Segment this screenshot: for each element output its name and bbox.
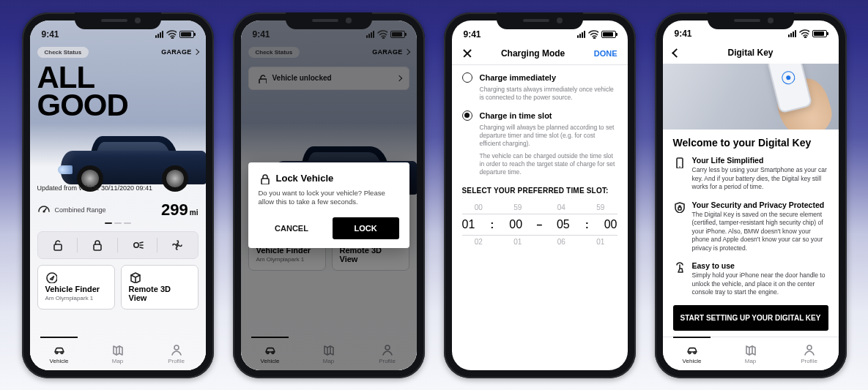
headlight-icon bbox=[131, 239, 144, 252]
wifi-icon bbox=[588, 30, 598, 39]
range-unit: mi bbox=[190, 209, 199, 217]
range-row: Combined Range 299 mi bbox=[37, 200, 199, 220]
unlock-icon bbox=[51, 239, 64, 252]
lock-icon bbox=[259, 173, 270, 184]
time-slot-picker[interactable]: 00 59 04 59 01 : 00 – 05 : 00 02 01 bbox=[452, 203, 628, 246]
notch bbox=[75, 12, 161, 29]
tab-map[interactable]: Map bbox=[722, 337, 780, 370]
card-remote-3d[interactable]: Remote 3D View bbox=[121, 265, 199, 310]
tab-vehicle[interactable]: Vehicle bbox=[663, 337, 722, 370]
vehicle-image bbox=[61, 124, 206, 192]
end-minute[interactable]: 00 bbox=[604, 218, 617, 231]
phone-lock-modal: 9:41 Check Status GARAGE Vehicle unlocke… bbox=[233, 12, 425, 378]
action-lights[interactable] bbox=[118, 232, 158, 258]
feat2-desc: The Digital Key is saved on the secure e… bbox=[692, 211, 828, 252]
feature-easy: Easy to use Simply hold your iPhone near… bbox=[673, 261, 828, 296]
radio-unchecked-icon bbox=[462, 72, 472, 83]
fan-icon bbox=[171, 239, 184, 252]
phone-digital-key: 9:41 Digital Key Welcome to your Digital… bbox=[655, 12, 847, 378]
last-updated-text: Updated from vehicle 30/11/2020 09:41 bbox=[37, 184, 199, 192]
lock-button[interactable]: LOCK bbox=[333, 217, 399, 239]
setup-digital-key-button[interactable]: START SETTING UP YOUR DIGITAL KEY bbox=[673, 305, 828, 331]
page-dots bbox=[37, 222, 199, 224]
garage-link[interactable]: GARAGE bbox=[161, 48, 198, 56]
status-time: 9:41 bbox=[253, 29, 270, 40]
tab-profile[interactable]: Profile bbox=[780, 337, 839, 370]
feat1-title: Your Life Simplified bbox=[692, 156, 828, 165]
welcome-heading: Welcome to your Digital Key bbox=[673, 137, 828, 149]
shield-icon bbox=[673, 201, 685, 213]
opt1-title: Charge immediately bbox=[480, 73, 557, 82]
range-value: 299 bbox=[161, 200, 188, 220]
user-icon bbox=[803, 343, 816, 356]
feature-simplified: Your Life Simplified Carry less by using… bbox=[673, 156, 828, 191]
modal-title: Lock Vehicle bbox=[276, 173, 334, 184]
opt2-desc1: Charging will always be planned accordin… bbox=[480, 124, 617, 148]
quick-actions bbox=[37, 231, 199, 259]
signal-icon bbox=[788, 30, 796, 37]
status-time: 9:41 bbox=[42, 29, 59, 40]
status-time: 9:41 bbox=[464, 29, 481, 40]
done-button[interactable]: DONE bbox=[594, 49, 617, 58]
nav-bar: Charging Mode DONE bbox=[452, 44, 628, 65]
back-icon[interactable] bbox=[672, 48, 681, 58]
battery-icon bbox=[179, 31, 194, 38]
wifi-icon bbox=[377, 30, 387, 39]
car-icon bbox=[53, 343, 66, 356]
tab-map[interactable]: Map bbox=[89, 337, 147, 370]
start-hour[interactable]: 01 bbox=[462, 218, 475, 231]
start-minute[interactable]: 00 bbox=[509, 218, 522, 231]
card-vehicle-finder[interactable]: Vehicle Finder Am Olympiapark 1 bbox=[37, 265, 115, 310]
signal-icon bbox=[155, 31, 163, 38]
finder-sub: Am Olympiapark 1 bbox=[45, 295, 107, 301]
phone-home: 9:41 Check Status GARAGE ALL GOOD bbox=[22, 12, 214, 378]
action-lock[interactable] bbox=[78, 232, 118, 258]
feat3-title: Easy to use bbox=[692, 261, 828, 270]
cancel-button[interactable]: CANCEL bbox=[259, 217, 325, 239]
signal-icon bbox=[366, 31, 374, 38]
check-status-pill[interactable]: Check Status bbox=[37, 47, 89, 58]
page-title: Digital Key bbox=[727, 48, 773, 58]
feat2-title: Your Security and Privacy Protected bbox=[692, 200, 828, 209]
action-unlock[interactable] bbox=[38, 232, 78, 258]
battery-icon bbox=[601, 31, 616, 38]
signal-icon bbox=[577, 31, 585, 38]
phone-icon bbox=[673, 157, 685, 168]
page-title: Charging Mode bbox=[501, 48, 565, 59]
feat1-desc: Carry less by using your Smartphone as y… bbox=[692, 166, 828, 191]
view3d-title: Remote 3D View bbox=[129, 285, 190, 303]
map-icon bbox=[111, 343, 125, 356]
wifi-icon bbox=[799, 29, 809, 38]
lock-vehicle-modal: Lock Vehicle Do you want to lock your ve… bbox=[248, 162, 409, 249]
close-icon[interactable] bbox=[462, 48, 472, 59]
feature-security: Your Security and Privacy Protected The … bbox=[673, 200, 828, 252]
opt2-title: Charge in time slot bbox=[480, 111, 552, 120]
battery-icon bbox=[390, 31, 405, 38]
notch bbox=[286, 12, 372, 29]
battery-icon bbox=[812, 30, 827, 37]
digital-key-hero-image bbox=[663, 64, 839, 130]
status-time: 9:41 bbox=[675, 29, 692, 39]
map-icon bbox=[744, 343, 757, 356]
tap-icon bbox=[673, 262, 685, 274]
cube-icon bbox=[129, 271, 141, 283]
action-climate[interactable] bbox=[157, 232, 198, 258]
notch bbox=[497, 12, 583, 29]
garage-label: GARAGE bbox=[161, 48, 191, 56]
tab-bar: Vehicle Map Profile bbox=[30, 337, 206, 370]
finder-title: Vehicle Finder bbox=[45, 285, 107, 294]
phone-charging-mode: 9:41 Charging Mode DONE Charge immediate… bbox=[444, 12, 636, 378]
nav-bar: Digital Key bbox=[663, 43, 839, 64]
hero-status-text: ALL GOOD bbox=[37, 64, 199, 120]
option-charge-time-slot[interactable]: Charge in time slot Charging will always… bbox=[462, 110, 617, 176]
tab-profile[interactable]: Profile bbox=[147, 337, 206, 370]
opt1-desc: Charging starts always immediately once … bbox=[480, 86, 617, 102]
end-hour[interactable]: 05 bbox=[557, 218, 570, 231]
tab-vehicle[interactable]: Vehicle bbox=[30, 337, 89, 370]
range-label: Combined Range bbox=[55, 206, 106, 214]
option-charge-immediately[interactable]: Charge immediately Charging starts alway… bbox=[462, 72, 617, 102]
feat3-desc: Simply hold your iPhone near the door ha… bbox=[692, 271, 828, 296]
tab-bar: Vehicle Map Profile bbox=[663, 337, 839, 370]
opt2-desc2: The vehicle can be charged outside the t… bbox=[480, 152, 617, 176]
lock-icon bbox=[91, 239, 104, 252]
